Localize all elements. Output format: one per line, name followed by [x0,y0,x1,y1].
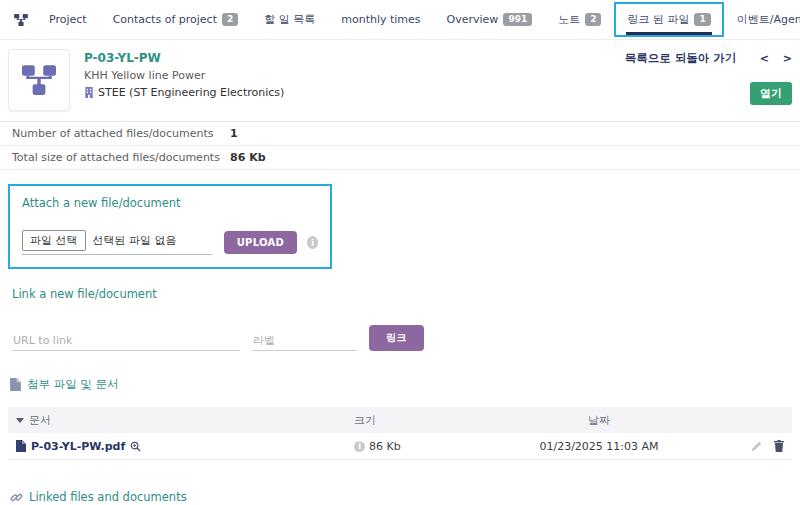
back-to-list-link[interactable]: 목록으로 되돌아 가기 [625,51,737,65]
column-header-date[interactable]: 날짜 [474,413,724,428]
link-button[interactable]: 링크 [369,325,424,351]
table-row: P-03-YL-PW.pdf i 86 Kb 01/23/2025 11:03 … [8,433,792,460]
tab-contacts[interactable]: Contacts of project2 [100,3,252,36]
file-chosen-status: 선택된 파일 없음 [93,233,177,248]
summary-value: 1 [230,127,238,140]
attach-section-title: Attach a new file/document [22,196,318,210]
attach-file-section: Attach a new file/document 파일 선택 선택된 파일 … [8,184,332,269]
trash-icon[interactable] [774,440,784,452]
tab-label: Project [49,13,87,26]
pdf-file-icon [16,440,26,452]
file-icon [10,378,21,391]
tab-label: 할 일 목록 [264,12,315,27]
info-icon: i [307,236,318,249]
tab-label: monthly times [341,13,420,26]
attached-files-heading: 첨부 파일 및 문서 [10,377,800,392]
tab-label: 이벤트/Agenda [737,12,800,27]
column-header-doc[interactable]: 문서 [16,413,354,428]
file-date: 01/23/2025 11:03 AM [474,440,724,453]
linked-files-heading: Linked files and documents [10,490,800,504]
project-title: KHH Yellow line Power [84,69,284,82]
file-size: 86 Kb [369,440,401,453]
summary-row: Total size of attached files/documents 8… [0,146,800,170]
tab-events-agenda[interactable]: 이벤트/Agenda [724,2,800,37]
attached-files-table: 문서 크기 날짜 P-03-YL-PW.pdf i 86 Kb 01/23/20… [8,407,792,460]
summary-label: Total size of attached files/documents [12,151,230,164]
chain-link-icon [10,491,23,504]
status-badge: 열기 [750,82,792,105]
edit-pencil-icon[interactable] [751,441,762,452]
file-input[interactable]: 파일 선택 선택된 파일 없음 [22,230,212,255]
sort-desc-icon [16,418,24,423]
overview-count-badge: 991 [503,13,532,26]
tab-monthly-times[interactable]: monthly times [328,3,433,36]
tab-label: Overview [447,13,499,26]
linked-files-title: Linked files and documents [29,490,187,504]
thirdparty-name[interactable]: STEE (ST Engineering Electronics) [98,86,284,99]
summary-value: 86 Kb [230,151,266,164]
building-icon [84,87,94,98]
files-summary-table: Number of attached files/documents 1 Tot… [0,121,800,170]
tab-overview[interactable]: Overview991 [434,3,546,36]
project-ref[interactable]: P-03-YL-PW [84,51,284,65]
column-header-size[interactable]: 크기 [354,413,474,428]
tab-label: 링크 된 파일 [627,12,689,27]
tab-tasks[interactable]: 할 일 목록 [251,2,328,37]
project-header: P-03-YL-PW KHH Yellow line Power STEE (S… [0,40,800,119]
info-icon: i [354,441,365,452]
url-to-link-input[interactable] [12,331,240,351]
tab-label: 노트 [558,12,580,27]
project-diagram-icon [22,65,56,95]
summary-label: Number of attached files/documents [12,127,230,140]
project-diagram-icon [14,14,28,26]
tab-notes[interactable]: 노트2 [545,2,614,37]
document-link[interactable]: P-03-YL-PW.pdf [31,440,125,453]
tab-bar: Project Contacts of project2 할 일 목록 mont… [0,0,800,40]
next-record-arrow[interactable]: > [783,52,792,65]
summary-row: Number of attached files/documents 1 [0,122,800,146]
prev-record-arrow[interactable]: < [760,52,769,65]
notes-count-badge: 2 [585,13,601,26]
link-file-section: Link a new file/document 링크 [12,287,800,351]
tab-label: Contacts of project [113,13,217,26]
contacts-count-badge: 2 [222,13,238,26]
linked-files-count-badge: 1 [694,13,710,26]
tab-project[interactable]: Project [36,3,100,36]
choose-file-button[interactable]: 파일 선택 [22,230,86,251]
preview-magnifier-icon[interactable] [130,441,141,452]
project-picto [8,49,70,111]
attached-files-title: 첨부 파일 및 문서 [27,377,118,392]
upload-button[interactable]: UPLOAD [224,231,298,254]
tab-linked-files[interactable]: 링크 된 파일1 [614,2,723,37]
project-home-tab[interactable] [6,4,36,36]
link-section-title: Link a new file/document [12,287,800,301]
link-label-input[interactable] [252,331,357,351]
